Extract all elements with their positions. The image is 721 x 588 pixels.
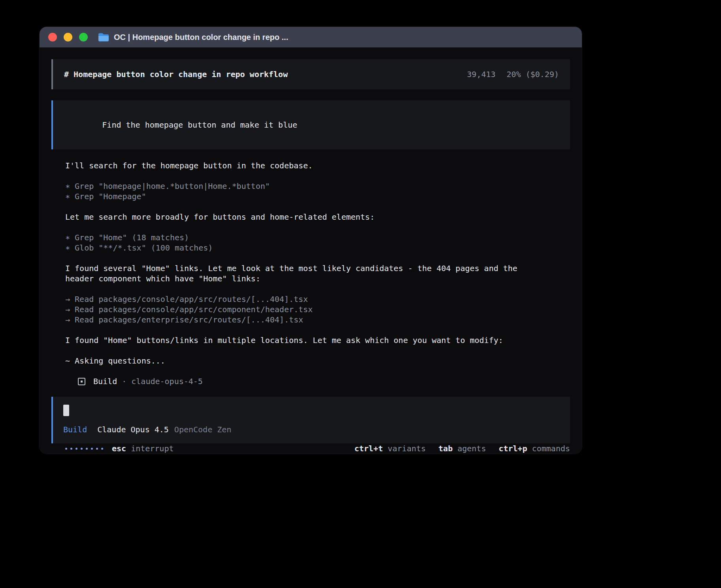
transcript: I'll search for the homepage button in t… bbox=[65, 160, 536, 397]
tool-call-read: → Read packages/console/app/src/componen… bbox=[65, 304, 536, 315]
assistant-message: I found several "Home" links. Let me loo… bbox=[65, 263, 536, 284]
statusbar: esc interrupt ctrl+t variants tab agents… bbox=[51, 443, 570, 454]
shortcut-variants: ctrl+t variants bbox=[354, 443, 426, 454]
status-asking: ~ Asking questions... bbox=[65, 356, 536, 366]
agent-model: claude-opus-4-5 bbox=[131, 376, 203, 386]
session-header: # Homepage button color change in repo w… bbox=[51, 59, 570, 89]
shortcut-commands: ctrl+p commands bbox=[498, 443, 570, 454]
text-cursor bbox=[63, 405, 69, 416]
dots-spinner-icon bbox=[65, 448, 103, 450]
folder-icon bbox=[98, 33, 109, 41]
prompt-input[interactable]: Build Claude Opus 4.5 OpenCode Zen bbox=[51, 397, 570, 443]
session-stats: 39,413 20% ($0.29) bbox=[467, 69, 559, 79]
token-count: 39,413 bbox=[467, 69, 495, 79]
agent-status-row: Build · claude-opus-4-5 bbox=[78, 376, 536, 386]
terminal-content: # Homepage button color change in repo w… bbox=[40, 47, 582, 454]
titlebar[interactable]: OC | Homepage button color change in rep… bbox=[40, 27, 582, 47]
assistant-message: I found "Home" buttons/links in multiple… bbox=[65, 335, 536, 345]
minimize-button[interactable] bbox=[64, 33, 72, 41]
tool-call-grep: ∗ Grep "Homepage" bbox=[65, 191, 536, 202]
close-button[interactable] bbox=[48, 33, 57, 41]
statusbar-right: ctrl+t variants tab agents ctrl+p comman… bbox=[354, 443, 570, 454]
tool-call-read: → Read packages/enterprise/src/routes/[.… bbox=[65, 315, 536, 325]
zoom-button[interactable] bbox=[79, 33, 88, 41]
assistant-message: I'll search for the homepage button in t… bbox=[65, 160, 536, 171]
esc-key-hint: esc bbox=[112, 443, 126, 454]
agent-name: Build bbox=[93, 376, 117, 386]
square-dot-icon bbox=[78, 378, 85, 385]
assistant-message: Let me search more broadly for buttons a… bbox=[65, 212, 536, 222]
session-title: # Homepage button color change in repo w… bbox=[64, 69, 288, 79]
tool-call-glob: ∗ Glob "**/*.tsx" (100 matches) bbox=[65, 243, 536, 253]
user-message-text: Find the homepage button and make it blu… bbox=[102, 120, 297, 130]
input-provider: OpenCode Zen bbox=[174, 424, 232, 435]
tool-call-grep: ∗ Grep "homepage|home.*button|Home.*butt… bbox=[65, 181, 536, 191]
context-usage: 20% ($0.29) bbox=[507, 69, 559, 79]
shortcut-agents: tab agents bbox=[438, 443, 486, 454]
input-mode[interactable]: Build bbox=[63, 424, 87, 435]
input-meta: Build Claude Opus 4.5 OpenCode Zen bbox=[63, 424, 560, 435]
tool-call-read: → Read packages/console/app/src/routes/[… bbox=[65, 294, 536, 304]
window-title: OC | Homepage button color change in rep… bbox=[114, 33, 288, 42]
traffic-lights bbox=[48, 33, 88, 41]
terminal-window: OC | Homepage button color change in rep… bbox=[40, 27, 582, 454]
user-message: Find the homepage button and make it blu… bbox=[51, 100, 570, 149]
agent-separator: · bbox=[122, 376, 126, 386]
esc-key-label: interrupt bbox=[131, 443, 174, 454]
desktop: OC | Homepage button color change in rep… bbox=[0, 0, 721, 588]
tool-call-grep: ∗ Grep "Home" (18 matches) bbox=[65, 232, 536, 243]
statusbar-left: esc interrupt bbox=[65, 443, 174, 454]
input-model[interactable]: Claude Opus 4.5 bbox=[97, 424, 169, 435]
